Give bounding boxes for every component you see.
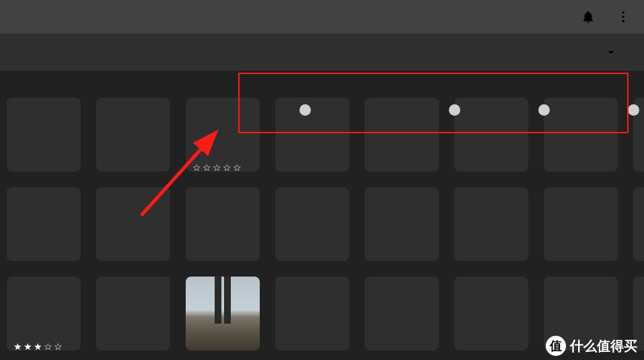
star-filled-icon: ★ bbox=[34, 341, 42, 352]
star-outline-icon: ☆ bbox=[203, 162, 211, 173]
thumbnail[interactable] bbox=[186, 277, 260, 351]
star-outline-icon: ☆ bbox=[213, 162, 221, 173]
thumbnail[interactable] bbox=[544, 187, 618, 261]
thumbnail[interactable] bbox=[454, 187, 528, 261]
status-dot-icon bbox=[299, 104, 311, 116]
thumbnail[interactable]: ★★★☆☆ bbox=[7, 277, 81, 351]
thumbnail[interactable] bbox=[365, 187, 439, 261]
star-outline-icon: ☆ bbox=[233, 162, 242, 173]
status-dot-icon bbox=[628, 104, 639, 116]
thumbnail[interactable] bbox=[96, 187, 170, 261]
status-dot-icon bbox=[538, 104, 550, 116]
watermark: 值 什么值得买 bbox=[546, 336, 637, 356]
thumbnail[interactable] bbox=[544, 98, 618, 172]
rating-stars: ☆☆☆☆☆ bbox=[192, 162, 242, 173]
top-bar bbox=[0, 0, 644, 34]
thumbnail[interactable] bbox=[275, 98, 349, 172]
notifications-icon[interactable] bbox=[581, 9, 596, 24]
grid-row bbox=[7, 187, 637, 261]
star-outline-icon: ☆ bbox=[192, 162, 201, 173]
svg-point-1 bbox=[622, 15, 624, 18]
thumbnail-grid: ☆☆☆☆☆★★★☆☆ bbox=[0, 71, 644, 357]
svg-point-2 bbox=[622, 20, 624, 23]
thumbnail[interactable] bbox=[275, 277, 349, 351]
svg-point-0 bbox=[622, 11, 624, 14]
watermark-badge: 值 bbox=[546, 336, 566, 356]
thumbnail[interactable] bbox=[186, 187, 260, 261]
thumbnail[interactable] bbox=[96, 98, 170, 172]
star-filled-icon: ★ bbox=[13, 341, 22, 352]
star-outline-icon: ☆ bbox=[44, 341, 52, 352]
thumbnail[interactable] bbox=[633, 187, 644, 261]
grid-row: ★★★☆☆ bbox=[7, 277, 637, 351]
thumbnail[interactable] bbox=[275, 187, 349, 261]
grid-row: ☆☆☆☆☆ bbox=[7, 98, 637, 172]
watermark-text: 什么值得买 bbox=[570, 337, 637, 355]
more-icon[interactable] bbox=[616, 9, 631, 24]
thumbnail[interactable] bbox=[454, 277, 528, 351]
thumbnail[interactable] bbox=[96, 277, 170, 351]
thumbnail[interactable] bbox=[454, 98, 528, 172]
thumbnail[interactable]: ☆☆☆☆☆ bbox=[186, 98, 260, 172]
thumbnail[interactable] bbox=[365, 277, 439, 351]
status-dot-icon bbox=[449, 104, 460, 116]
star-outline-icon: ☆ bbox=[223, 162, 231, 173]
sub-bar bbox=[0, 34, 644, 71]
thumbnail[interactable] bbox=[365, 98, 439, 172]
thumbnail[interactable] bbox=[633, 98, 644, 172]
star-outline-icon: ☆ bbox=[54, 341, 63, 352]
rating-stars: ★★★☆☆ bbox=[13, 341, 63, 352]
star-filled-icon: ★ bbox=[24, 341, 32, 352]
chevron-down-icon[interactable] bbox=[605, 46, 617, 59]
thumbnail[interactable] bbox=[7, 98, 81, 172]
thumbnail[interactable] bbox=[7, 187, 81, 261]
